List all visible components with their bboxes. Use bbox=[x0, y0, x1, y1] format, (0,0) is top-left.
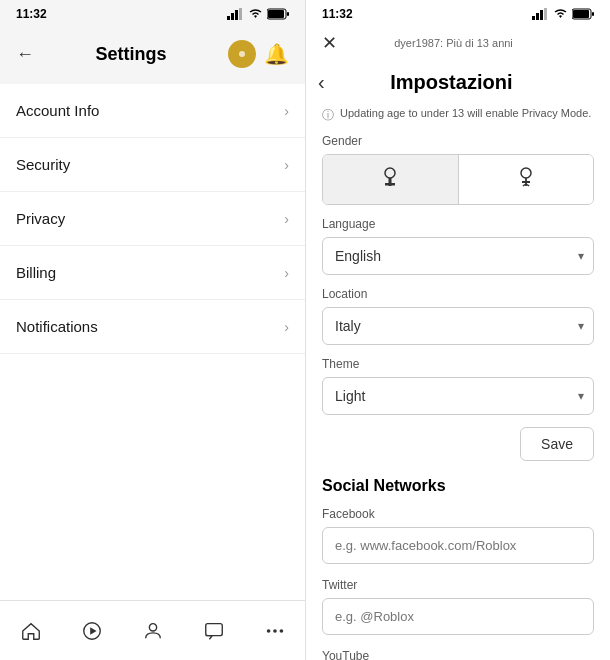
menu-list: Account Info › Security › Privacy › Bill… bbox=[0, 84, 305, 600]
close-button[interactable]: ✕ bbox=[322, 32, 337, 54]
social-networks-header: Social Networks bbox=[322, 477, 594, 495]
shield-icon bbox=[234, 46, 250, 62]
location-label: Location bbox=[322, 287, 594, 301]
theme-select[interactable]: Light bbox=[322, 377, 594, 415]
badge-icon[interactable] bbox=[228, 40, 256, 68]
nav-home[interactable] bbox=[8, 612, 54, 650]
svg-rect-16 bbox=[536, 13, 539, 20]
time-right: 11:32 bbox=[322, 7, 353, 21]
nav-avatar[interactable] bbox=[130, 612, 176, 650]
svg-point-14 bbox=[279, 629, 283, 633]
battery-icon-right bbox=[572, 8, 594, 20]
menu-item-billing[interactable]: Billing › bbox=[0, 246, 305, 300]
right-panel: 11:32 ✕ dyer1987: Più di 13 anni bbox=[305, 0, 610, 660]
female-icon bbox=[516, 165, 536, 189]
battery-icon bbox=[267, 8, 289, 20]
svg-rect-18 bbox=[544, 8, 547, 20]
menu-item-security[interactable]: Security › bbox=[0, 138, 305, 192]
home-icon bbox=[20, 620, 42, 642]
gender-label: Gender bbox=[322, 134, 594, 148]
info-icon: ⓘ bbox=[322, 107, 334, 124]
banner-username: dyer1987: Più di 13 anni bbox=[337, 37, 570, 49]
status-bar-left: 11:32 bbox=[0, 0, 305, 28]
svg-point-13 bbox=[273, 629, 277, 633]
svg-point-7 bbox=[239, 51, 245, 57]
svg-rect-3 bbox=[239, 8, 242, 20]
svg-rect-1 bbox=[231, 13, 234, 20]
status-icons-left bbox=[227, 8, 289, 20]
play-icon bbox=[81, 620, 103, 642]
svg-point-12 bbox=[266, 629, 270, 633]
location-select-wrapper: Italy ▾ bbox=[322, 307, 594, 345]
menu-item-account-info[interactable]: Account Info › bbox=[0, 84, 305, 138]
theme-select-wrapper: Light ▾ bbox=[322, 377, 594, 415]
menu-item-privacy[interactable]: Privacy › bbox=[0, 192, 305, 246]
wifi-icon-right bbox=[553, 8, 568, 20]
svg-rect-21 bbox=[592, 12, 594, 16]
location-select[interactable]: Italy bbox=[322, 307, 594, 345]
header-left: ← Settings 🔔 bbox=[0, 28, 305, 80]
language-select[interactable]: English bbox=[322, 237, 594, 275]
settings-content: ⓘ Updating age to under 13 will enable P… bbox=[306, 106, 610, 660]
more-icon bbox=[264, 620, 286, 642]
save-button[interactable]: Save bbox=[520, 427, 594, 461]
chevron-right-icon: › bbox=[284, 319, 289, 335]
chevron-right-icon: › bbox=[284, 157, 289, 173]
status-icons-right bbox=[532, 8, 594, 20]
chevron-right-icon: › bbox=[284, 265, 289, 281]
menu-item-notifications[interactable]: Notifications › bbox=[0, 300, 305, 354]
male-icon bbox=[380, 165, 400, 189]
chat-icon bbox=[203, 620, 225, 642]
signal-icon bbox=[227, 8, 244, 20]
svg-rect-24 bbox=[385, 183, 395, 186]
svg-marker-9 bbox=[90, 627, 96, 634]
svg-rect-17 bbox=[540, 10, 543, 20]
signal-icon-right bbox=[532, 8, 549, 20]
svg-rect-20 bbox=[573, 10, 589, 18]
avatar-icon bbox=[142, 620, 164, 642]
settings-title: Settings bbox=[34, 44, 228, 65]
twitter-input[interactable] bbox=[322, 598, 594, 635]
bell-icon[interactable]: 🔔 bbox=[264, 42, 289, 66]
svg-point-10 bbox=[149, 623, 156, 630]
svg-point-25 bbox=[521, 168, 531, 178]
facebook-input[interactable] bbox=[322, 527, 594, 564]
header-right: ‹ Impostazioni bbox=[306, 58, 610, 106]
gender-female-btn[interactable] bbox=[459, 155, 594, 204]
age-notice: ⓘ Updating age to under 13 will enable P… bbox=[322, 106, 594, 124]
chevron-right-icon: › bbox=[284, 211, 289, 227]
gender-male-btn[interactable] bbox=[323, 155, 459, 204]
time-left: 11:32 bbox=[16, 7, 47, 21]
youtube-label: YouTube bbox=[322, 649, 594, 660]
back-button-left[interactable]: ← bbox=[16, 44, 34, 65]
svg-rect-11 bbox=[205, 623, 222, 635]
svg-rect-15 bbox=[532, 16, 535, 20]
header-icons: 🔔 bbox=[228, 40, 289, 68]
age-notice-text: Updating age to under 13 will enable Pri… bbox=[340, 106, 591, 121]
svg-rect-0 bbox=[227, 16, 230, 20]
svg-rect-6 bbox=[287, 12, 289, 16]
save-row: Save bbox=[322, 427, 594, 461]
bottom-nav bbox=[0, 600, 305, 660]
nav-play[interactable] bbox=[69, 612, 115, 650]
svg-rect-2 bbox=[235, 10, 238, 20]
twitter-label: Twitter bbox=[322, 578, 594, 592]
language-select-wrapper: English ▾ bbox=[322, 237, 594, 275]
gender-selector bbox=[322, 154, 594, 205]
back-button-right[interactable]: ‹ bbox=[318, 71, 325, 94]
svg-rect-5 bbox=[268, 10, 284, 18]
nav-more[interactable] bbox=[252, 612, 298, 650]
wifi-icon bbox=[248, 8, 263, 20]
svg-point-22 bbox=[385, 168, 395, 178]
impostazioni-title: Impostazioni bbox=[329, 71, 574, 94]
nav-chat[interactable] bbox=[191, 612, 237, 650]
language-label: Language bbox=[322, 217, 594, 231]
facebook-label: Facebook bbox=[322, 507, 594, 521]
status-bar-right: 11:32 bbox=[306, 0, 610, 28]
chevron-right-icon: › bbox=[284, 103, 289, 119]
left-panel: 11:32 ← Settings bbox=[0, 0, 305, 660]
theme-label: Theme bbox=[322, 357, 594, 371]
top-banner: ✕ dyer1987: Più di 13 anni bbox=[306, 28, 610, 58]
